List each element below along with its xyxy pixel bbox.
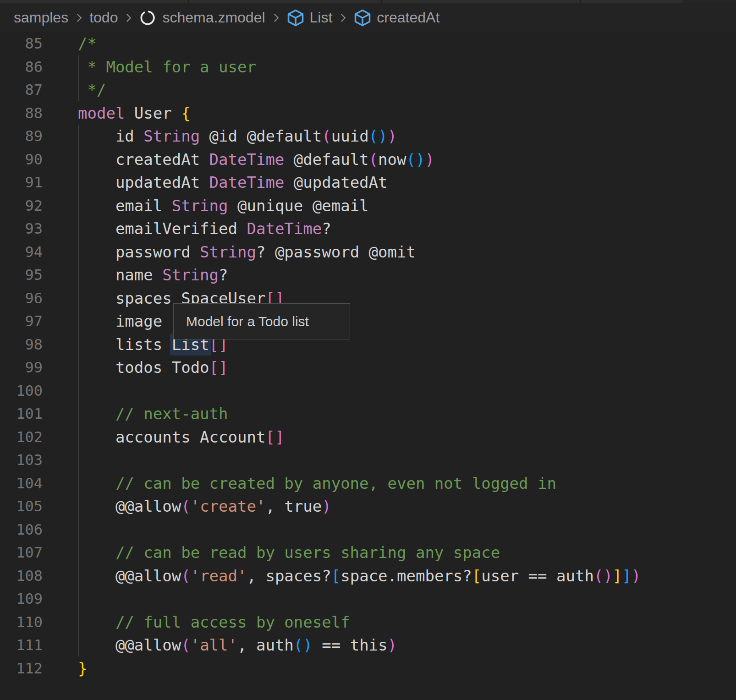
code-line[interactable]: 86 * Model for a user [0, 55, 736, 79]
hover-tooltip-text: Model for a Todo list [186, 314, 309, 329]
code-token: user == auth [481, 567, 594, 585]
code-line[interactable]: 91 updatedAt DateTime @updatedAt [0, 171, 736, 194]
code-line[interactable]: 97 image [0, 310, 736, 333]
code-token: /* [78, 34, 97, 53]
code-text: // can be created by anyone, even not lo… [43, 472, 556, 495]
code-line[interactable]: 92 email String @unique @email [0, 194, 736, 218]
code-token: todos Todo [78, 358, 209, 377]
code-token: // can be read by users sharing any spac… [78, 543, 500, 562]
breadcrumb-label: todo [89, 9, 118, 26]
code-line[interactable]: 111 @@allow('all', auth() == this) [0, 634, 736, 657]
code-text [43, 518, 78, 541]
chevron-right-icon [270, 12, 282, 24]
indent-guide [78, 125, 79, 656]
code-token: space.members? [341, 567, 472, 585]
code-line[interactable]: 98 lists List[] [0, 333, 736, 356]
code-line[interactable]: 89 id String @id @default(uuid()) [0, 125, 736, 148]
line-number: 109 [0, 587, 43, 611]
code-token: ) [632, 567, 641, 585]
code-token: DateTime [247, 219, 322, 238]
code-token: ( [181, 567, 190, 585]
code-token: @@allow [78, 636, 181, 654]
code-text: createdAt DateTime @default(now()) [43, 148, 434, 171]
code-token: DateTime [209, 173, 285, 191]
code-line[interactable]: 106 [0, 518, 736, 541]
tab-divider [580, 0, 581, 3]
line-number: 86 [0, 55, 43, 79]
code-line[interactable]: 100 [0, 379, 736, 403]
code-token: () [294, 636, 313, 654]
breadcrumb-item-createdat[interactable]: createdAt [353, 9, 439, 27]
code-line[interactable]: 93 emailVerified DateTime? [0, 217, 736, 241]
line-number: 87 [0, 78, 43, 102]
code-token: String [200, 243, 256, 261]
code-text: model User { [43, 102, 191, 125]
code-token: String [172, 197, 228, 215]
code-token: model [78, 104, 125, 122]
chevron-right-icon [122, 12, 134, 24]
line-number: 108 [0, 564, 43, 588]
code-token: 'create' [191, 497, 266, 515]
code-line[interactable]: 99 todos Todo[] [0, 356, 736, 379]
code-line[interactable]: 103 [0, 448, 736, 472]
code-line[interactable]: 95 name String? [0, 263, 736, 287]
breadcrumb-item-samples[interactable]: samples [14, 9, 68, 26]
line-number: 101 [0, 402, 43, 426]
code-editor[interactable]: 85/*86 * Model for a user87 */88model Us… [0, 32, 736, 680]
code-token: createdAt [78, 150, 209, 169]
line-number: 90 [0, 148, 43, 171]
breadcrumb-item-todo[interactable]: todo [89, 9, 118, 26]
code-line[interactable]: 87 */ [0, 78, 736, 102]
code-line[interactable]: 96 spaces SpaceUser[] [0, 287, 736, 310]
code-token: ) [322, 497, 331, 515]
code-text: @@allow('create', true) [43, 495, 331, 518]
code-token: ) [388, 636, 397, 654]
code-token: () [406, 150, 425, 169]
code-text: id String @id @default(uuid()) [43, 125, 397, 148]
code-lines: 85/*86 * Model for a user87 */88model Us… [0, 32, 736, 680]
code-line[interactable]: 101 // next-auth [0, 402, 736, 426]
code-text: // can be read by users sharing any spac… [43, 541, 500, 564]
code-text: */ [43, 78, 106, 102]
code-token: image [78, 312, 162, 330]
code-line[interactable]: 104 // can be created by anyone, even no… [0, 472, 736, 495]
code-token: // full access by oneself [78, 613, 350, 631]
breadcrumb-item-schema-zmodel[interactable]: schema.zmodel [139, 9, 265, 27]
line-number: 111 [0, 634, 43, 657]
code-line[interactable]: 90 createdAt DateTime @default(now()) [0, 148, 736, 171]
code-line[interactable]: 110 // full access by oneself [0, 611, 736, 634]
line-number: 88 [0, 102, 43, 125]
code-token: // next-auth [78, 405, 228, 423]
code-line[interactable]: 94 password String? @password @omit [0, 241, 736, 264]
code-line[interactable]: 112} [0, 657, 736, 680]
code-line[interactable]: 105 @@allow('create', true) [0, 495, 736, 518]
code-token: // can be created by anyone, even not lo… [78, 474, 556, 492]
code-text [43, 587, 78, 611]
code-token: */ [78, 81, 106, 99]
line-number: 105 [0, 495, 43, 518]
line-number: 96 [0, 287, 43, 310]
chevron-right-icon [73, 12, 85, 24]
code-line[interactable]: 102 accounts Account[] [0, 426, 736, 449]
line-number: 104 [0, 472, 43, 495]
code-token: ( [181, 636, 190, 654]
code-token: ] [622, 567, 631, 585]
hover-tooltip: Model for a Todo list [173, 303, 350, 339]
line-number: 107 [0, 541, 43, 564]
code-token: [ [331, 567, 341, 585]
cube-icon [353, 9, 372, 27]
code-line[interactable]: 108 @@allow('read', spaces?[space.member… [0, 564, 736, 588]
line-number: 100 [0, 379, 43, 403]
code-line[interactable]: 88model User { [0, 102, 736, 125]
line-number: 89 [0, 125, 43, 148]
code-line[interactable]: 109 [0, 587, 736, 611]
code-token: @@allow [78, 497, 181, 515]
code-line[interactable]: 107 // can be read by users sharing any … [0, 541, 736, 564]
code-token: @unique @email [228, 197, 369, 215]
code-line[interactable]: 85/* [0, 32, 736, 55]
code-token: ( [322, 127, 331, 145]
breadcrumb-item-list[interactable]: List [286, 9, 333, 27]
line-number: 102 [0, 426, 43, 449]
code-token: { [181, 104, 190, 122]
code-token: String [143, 127, 200, 145]
